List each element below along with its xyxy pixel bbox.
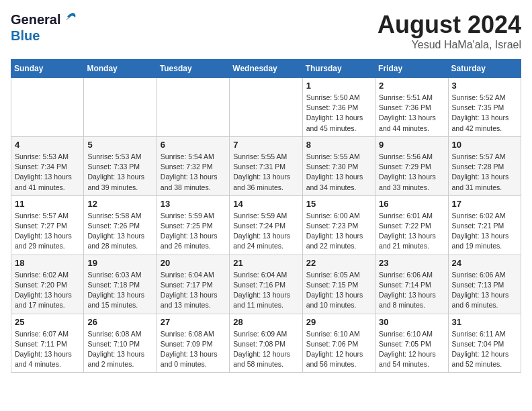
calendar-cell: 20Sunrise: 6:04 AM Sunset: 7:17 PM Dayli… (157, 255, 229, 314)
day-info: Sunrise: 6:05 AM Sunset: 7:15 PM Dayligh… (306, 270, 371, 311)
calendar-cell: 8Sunrise: 5:55 AM Sunset: 7:30 PM Daylig… (302, 136, 375, 195)
day-info: Sunrise: 5:52 AM Sunset: 7:35 PM Dayligh… (452, 93, 517, 134)
calendar-week-3: 11Sunrise: 5:57 AM Sunset: 7:27 PM Dayli… (11, 195, 521, 255)
calendar-cell: 29Sunrise: 6:10 AM Sunset: 7:06 PM Dayli… (302, 314, 375, 373)
day-info: Sunrise: 5:57 AM Sunset: 7:27 PM Dayligh… (15, 211, 80, 252)
day-number: 6 (161, 140, 226, 150)
calendar-week-4: 18Sunrise: 6:02 AM Sunset: 7:20 PM Dayli… (11, 255, 521, 314)
day-number: 13 (161, 199, 226, 209)
day-info: Sunrise: 6:08 AM Sunset: 7:10 PM Dayligh… (87, 329, 152, 370)
day-number: 19 (87, 258, 152, 268)
calendar-cell: 16Sunrise: 6:01 AM Sunset: 7:22 PM Dayli… (375, 195, 448, 255)
day-number: 5 (87, 140, 152, 150)
day-info: Sunrise: 5:55 AM Sunset: 7:30 PM Dayligh… (306, 152, 371, 193)
calendar-week-2: 4Sunrise: 5:53 AM Sunset: 7:34 PM Daylig… (11, 136, 521, 195)
day-info: Sunrise: 5:57 AM Sunset: 7:28 PM Dayligh… (452, 152, 517, 193)
day-number: 30 (379, 317, 444, 327)
day-number: 25 (15, 317, 80, 327)
day-number: 4 (15, 140, 80, 150)
day-info: Sunrise: 6:01 AM Sunset: 7:22 PM Dayligh… (379, 211, 444, 252)
sub-title: Yesud HaMa'ala, Israel (378, 39, 521, 51)
col-header-saturday: Saturday (448, 60, 521, 78)
calendar-cell: 10Sunrise: 5:57 AM Sunset: 7:28 PM Dayli… (448, 136, 521, 195)
day-info: Sunrise: 6:07 AM Sunset: 7:11 PM Dayligh… (15, 329, 80, 370)
calendar-cell: 26Sunrise: 6:08 AM Sunset: 7:10 PM Dayli… (84, 314, 157, 373)
calendar-cell: 3Sunrise: 5:52 AM Sunset: 7:35 PM Daylig… (448, 78, 521, 137)
day-number: 17 (452, 199, 517, 209)
calendar-cell: 18Sunrise: 6:02 AM Sunset: 7:20 PM Dayli… (11, 255, 84, 314)
calendar-cell: 21Sunrise: 6:04 AM Sunset: 7:16 PM Dayli… (230, 255, 302, 314)
day-number: 29 (306, 317, 371, 327)
calendar-cell: 6Sunrise: 5:54 AM Sunset: 7:32 PM Daylig… (157, 136, 229, 195)
day-number: 26 (87, 317, 152, 327)
day-number: 3 (452, 81, 517, 91)
calendar-cell: 27Sunrise: 6:08 AM Sunset: 7:09 PM Dayli… (157, 314, 229, 373)
calendar-cell: 30Sunrise: 6:10 AM Sunset: 7:05 PM Dayli… (375, 314, 448, 373)
day-number: 8 (306, 140, 371, 150)
day-info: Sunrise: 6:08 AM Sunset: 7:09 PM Dayligh… (161, 329, 226, 370)
logo: General Blue (11, 11, 78, 44)
col-header-friday: Friday (375, 60, 448, 78)
logo-bird-icon (63, 11, 78, 28)
col-header-wednesday: Wednesday (230, 60, 302, 78)
calendar-cell: 19Sunrise: 6:03 AM Sunset: 7:18 PM Dayli… (84, 255, 157, 314)
day-number: 22 (306, 258, 371, 268)
day-number: 10 (452, 140, 517, 150)
col-header-thursday: Thursday (302, 60, 375, 78)
calendar-cell: 7Sunrise: 5:55 AM Sunset: 7:31 PM Daylig… (230, 136, 302, 195)
day-info: Sunrise: 6:02 AM Sunset: 7:20 PM Dayligh… (15, 270, 80, 311)
day-info: Sunrise: 5:53 AM Sunset: 7:34 PM Dayligh… (15, 152, 80, 193)
day-info: Sunrise: 5:51 AM Sunset: 7:36 PM Dayligh… (379, 93, 444, 134)
col-header-sunday: Sunday (11, 60, 84, 78)
day-number: 20 (161, 258, 226, 268)
calendar-cell: 22Sunrise: 6:05 AM Sunset: 7:15 PM Dayli… (302, 255, 375, 314)
day-number: 11 (15, 199, 80, 209)
day-info: Sunrise: 6:09 AM Sunset: 7:08 PM Dayligh… (233, 329, 298, 370)
day-info: Sunrise: 5:59 AM Sunset: 7:25 PM Dayligh… (161, 211, 226, 252)
day-info: Sunrise: 6:11 AM Sunset: 7:04 PM Dayligh… (452, 329, 517, 370)
calendar-cell: 9Sunrise: 5:56 AM Sunset: 7:29 PM Daylig… (375, 136, 448, 195)
day-number: 31 (452, 317, 517, 327)
calendar-cell: 12Sunrise: 5:58 AM Sunset: 7:26 PM Dayli… (84, 195, 157, 255)
day-number: 18 (15, 258, 80, 268)
day-number: 12 (87, 199, 152, 209)
day-info: Sunrise: 5:59 AM Sunset: 7:24 PM Dayligh… (233, 211, 298, 252)
day-number: 21 (233, 258, 298, 268)
col-header-monday: Monday (84, 60, 157, 78)
day-number: 1 (306, 81, 371, 91)
calendar-cell (11, 78, 84, 137)
calendar-cell: 13Sunrise: 5:59 AM Sunset: 7:25 PM Dayli… (157, 195, 229, 255)
main-title: August 2024 (378, 11, 521, 39)
calendar-cell: 1Sunrise: 5:50 AM Sunset: 7:36 PM Daylig… (302, 78, 375, 137)
day-number: 24 (452, 258, 517, 268)
calendar-cell: 24Sunrise: 6:06 AM Sunset: 7:13 PM Dayli… (448, 255, 521, 314)
day-number: 2 (379, 81, 444, 91)
day-info: Sunrise: 6:00 AM Sunset: 7:23 PM Dayligh… (306, 211, 371, 252)
day-number: 16 (379, 199, 444, 209)
calendar-cell: 4Sunrise: 5:53 AM Sunset: 7:34 PM Daylig… (11, 136, 84, 195)
calendar-cell: 23Sunrise: 6:06 AM Sunset: 7:14 PM Dayli… (375, 255, 448, 314)
logo-general-text: General (11, 12, 60, 28)
calendar-cell: 28Sunrise: 6:09 AM Sunset: 7:08 PM Dayli… (230, 314, 302, 373)
day-number: 15 (306, 199, 371, 209)
calendar-cell: 11Sunrise: 5:57 AM Sunset: 7:27 PM Dayli… (11, 195, 84, 255)
calendar-cell: 31Sunrise: 6:11 AM Sunset: 7:04 PM Dayli… (448, 314, 521, 373)
day-number: 27 (161, 317, 226, 327)
calendar-cell (157, 78, 229, 137)
calendar-week-1: 1Sunrise: 5:50 AM Sunset: 7:36 PM Daylig… (11, 78, 521, 137)
day-info: Sunrise: 6:06 AM Sunset: 7:13 PM Dayligh… (452, 270, 517, 311)
day-info: Sunrise: 5:54 AM Sunset: 7:32 PM Dayligh… (161, 152, 226, 193)
day-info: Sunrise: 5:50 AM Sunset: 7:36 PM Dayligh… (306, 93, 371, 134)
calendar-cell: 25Sunrise: 6:07 AM Sunset: 7:11 PM Dayli… (11, 314, 84, 373)
day-info: Sunrise: 6:10 AM Sunset: 7:06 PM Dayligh… (306, 329, 371, 370)
day-info: Sunrise: 6:06 AM Sunset: 7:14 PM Dayligh… (379, 270, 444, 311)
calendar-cell: 14Sunrise: 5:59 AM Sunset: 7:24 PM Dayli… (230, 195, 302, 255)
logo-blue-text: Blue (11, 28, 40, 44)
col-header-tuesday: Tuesday (157, 60, 229, 78)
day-info: Sunrise: 5:56 AM Sunset: 7:29 PM Dayligh… (379, 152, 444, 193)
day-info: Sunrise: 6:03 AM Sunset: 7:18 PM Dayligh… (87, 270, 152, 311)
calendar-cell: 2Sunrise: 5:51 AM Sunset: 7:36 PM Daylig… (375, 78, 448, 137)
calendar-cell (230, 78, 302, 137)
day-number: 14 (233, 199, 298, 209)
day-number: 23 (379, 258, 444, 268)
